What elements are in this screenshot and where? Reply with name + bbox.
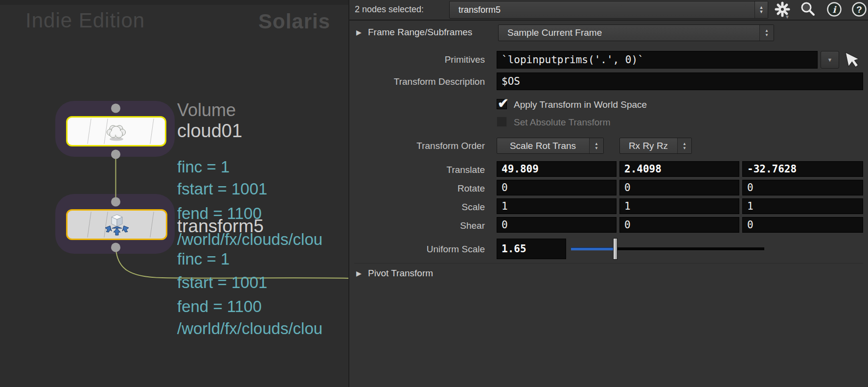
reselect-arrow-icon[interactable] [845, 50, 863, 70]
pivot-transform-label: Pivot Transform [368, 268, 433, 279]
scale-z-input[interactable]: 1 [742, 198, 863, 214]
scale-y-input[interactable]: 1 [619, 198, 739, 214]
node-info-path: /world/fx/clouds/clou [177, 230, 322, 249]
primitives-input[interactable]: `lopinputprims('.', 0)` [497, 51, 818, 69]
scale-label: Scale [349, 202, 485, 213]
slider-fill [571, 247, 615, 250]
node-flag-divider [87, 119, 91, 144]
frame-range-collapse-arrow[interactable]: ▶ [356, 28, 362, 36]
rotate-x-input[interactable]: 0 [497, 180, 617, 195]
help-icon[interactable]: ? [851, 1, 868, 18]
node-type-label-volume: Volume [177, 100, 236, 121]
output-connector-transform5 [111, 243, 120, 252]
parameter-pane: 2 nodes selected: transform5 ▲▼ ▼ [348, 0, 868, 387]
sample-frame-spinner[interactable]: ▲▼ [759, 25, 774, 41]
search-icon[interactable] [799, 1, 816, 18]
shear-x-input[interactable]: 0 [497, 217, 617, 233]
uniform-scale-label: Uniform Scale [349, 244, 485, 255]
apply-world-checkbox[interactable]: ✔ [497, 99, 507, 109]
sample-frame-value: Sample Current Frame [499, 25, 759, 41]
node-info-finc: finc = 1 [177, 250, 229, 268]
shear-label: Shear [349, 220, 485, 231]
shear-z-input[interactable]: 0 [742, 217, 863, 233]
checkmark-icon: ✔ [498, 96, 509, 111]
shear-y-input[interactable]: 0 [619, 217, 739, 233]
section-divider [354, 263, 863, 264]
node-info-fend: fend = 1100 [177, 297, 262, 316]
houdini-window: Indie Edition Solaris [0, 0, 868, 387]
node-name-label-cloud01: cloud01 [177, 121, 242, 142]
translate-x-input[interactable]: 49.809 [497, 161, 617, 177]
node-cloud01[interactable] [66, 116, 166, 146]
node-transform5[interactable] [66, 209, 167, 240]
set-absolute-checkbox[interactable] [497, 117, 507, 127]
info-icon[interactable]: i [826, 1, 843, 18]
gear-menu-arrow[interactable]: ▼ [785, 14, 790, 20]
transform-description-label: Transform Description [349, 76, 485, 87]
slider-handle[interactable] [613, 238, 617, 260]
node-info-fstart: fstart = 1001 [177, 273, 267, 292]
node-flag-divider [87, 212, 91, 238]
transform-order-value: Scale Rot Trans [497, 138, 589, 153]
node-info-fend: fend = 1100 [177, 204, 262, 223]
transform-order-spinner[interactable]: ▲▼ [589, 138, 603, 153]
uniform-scale-slider[interactable] [571, 238, 764, 260]
svg-text:?: ? [856, 4, 862, 15]
rotate-label: Rotate [349, 183, 485, 194]
rotate-order-dropdown[interactable]: Rx Ry Rz ▲▼ [619, 138, 692, 154]
input-connector-cloud01 [111, 104, 120, 113]
parameter-header-bar: 2 nodes selected: transform5 ▲▼ ▼ [349, 0, 868, 21]
node-info-fstart: fstart = 1001 [177, 180, 267, 198]
translate-z-input[interactable]: -32.7628 [742, 161, 863, 177]
apply-world-label: Apply Transform in World Space [514, 99, 647, 110]
output-connector-cloud01 [111, 150, 120, 159]
translate-y-input[interactable]: 2.4098 [619, 161, 739, 177]
rotate-z-input[interactable]: 0 [742, 180, 863, 195]
translate-label: Translate [349, 165, 485, 175]
node-flag-divider [150, 119, 154, 144]
network-editor-pane[interactable]: Indie Edition Solaris [0, 0, 348, 387]
primitives-label: Primitives [349, 54, 485, 65]
transform-icon [104, 214, 130, 236]
primitives-menu-button[interactable]: ▼ [821, 51, 839, 69]
sample-frame-dropdown[interactable]: Sample Current Frame ▲▼ [498, 24, 774, 41]
node-info-finc: finc = 1 [177, 158, 229, 176]
input-connector-transform5 [111, 197, 120, 207]
transform-order-dropdown[interactable]: Scale Rot Trans ▲▼ [497, 138, 604, 154]
selection-count-label: 2 nodes selected: [355, 4, 424, 15]
rotate-y-input[interactable]: 0 [619, 180, 739, 195]
cloud-icon [104, 121, 129, 142]
node-selector-value: transform5 [458, 5, 501, 15]
pivot-collapse-arrow[interactable]: ▶ [356, 269, 362, 277]
node-selector-dropdown[interactable]: transform5 ▲▼ [449, 1, 768, 19]
node-selector-spinner[interactable]: ▲▼ [754, 1, 768, 18]
rotate-order-value: Rx Ry Rz [620, 138, 677, 153]
frame-range-label: Frame Range/Subframes [368, 27, 472, 38]
set-absolute-label: Set Absolute Transform [514, 117, 611, 128]
uniform-scale-input[interactable]: 1.65 [497, 239, 566, 259]
node-flag-divider [150, 212, 154, 238]
scale-x-input[interactable]: 1 [497, 198, 617, 214]
transform-description-input[interactable]: $OS [497, 73, 863, 90]
node-info-path: /world/fx/clouds/clou [177, 319, 322, 338]
transform-order-label: Transform Order [349, 141, 485, 151]
rotate-order-spinner[interactable]: ▲▼ [677, 138, 691, 153]
